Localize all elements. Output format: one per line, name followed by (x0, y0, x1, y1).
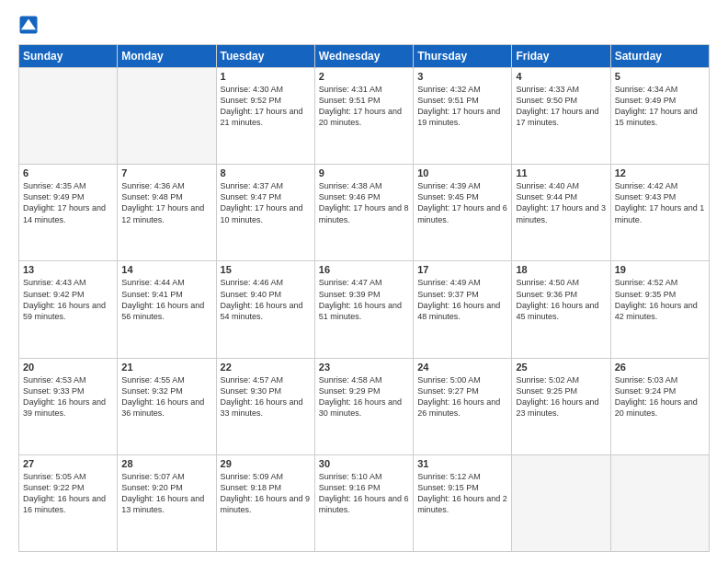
day-number: 16 (319, 264, 409, 275)
cell-info: Sunrise: 4:42 AM Sunset: 9:43 PM Dayligh… (615, 180, 705, 225)
cell-info: Sunrise: 4:33 AM Sunset: 9:50 PM Dayligh… (516, 84, 606, 129)
day-header-monday: Monday (118, 45, 216, 68)
day-number: 15 (221, 264, 311, 275)
calendar-cell: 14Sunrise: 4:44 AM Sunset: 9:41 PM Dayli… (118, 261, 216, 358)
calendar-cell: 22Sunrise: 4:57 AM Sunset: 9:30 PM Dayli… (216, 358, 314, 454)
calendar-table: SundayMondayTuesdayWednesdayThursdayFrid… (18, 44, 710, 552)
calendar-cell: 11Sunrise: 4:40 AM Sunset: 9:44 PM Dayli… (512, 165, 610, 261)
calendar-cell: 10Sunrise: 4:39 AM Sunset: 9:45 PM Dayli… (414, 165, 512, 261)
day-number: 3 (417, 71, 507, 82)
calendar-cell: 18Sunrise: 4:50 AM Sunset: 9:36 PM Dayli… (512, 261, 610, 358)
cell-info: Sunrise: 4:31 AM Sunset: 9:51 PM Dayligh… (319, 84, 409, 129)
cell-info: Sunrise: 4:49 AM Sunset: 9:37 PM Dayligh… (417, 277, 507, 322)
cell-info: Sunrise: 4:44 AM Sunset: 9:41 PM Dayligh… (121, 277, 211, 322)
day-number: 20 (23, 362, 113, 373)
calendar-cell: 3Sunrise: 4:32 AM Sunset: 9:51 PM Daylig… (414, 68, 512, 165)
day-number: 25 (516, 362, 606, 373)
cell-info: Sunrise: 4:35 AM Sunset: 9:49 PM Dayligh… (23, 180, 113, 225)
day-number: 10 (417, 167, 507, 178)
calendar-cell: 5Sunrise: 4:34 AM Sunset: 9:49 PM Daylig… (610, 68, 709, 165)
calendar-cell (610, 454, 709, 551)
day-header-friday: Friday (512, 45, 610, 68)
day-number: 2 (319, 71, 409, 82)
cell-info: Sunrise: 4:43 AM Sunset: 9:42 PM Dayligh… (23, 277, 113, 322)
calendar-page: SundayMondayTuesdayWednesdayThursdayFrid… (0, 0, 728, 563)
cell-info: Sunrise: 4:52 AM Sunset: 9:35 PM Dayligh… (615, 277, 705, 322)
cell-info: Sunrise: 4:46 AM Sunset: 9:40 PM Dayligh… (221, 277, 311, 322)
day-number: 7 (121, 167, 211, 178)
calendar-cell: 12Sunrise: 4:42 AM Sunset: 9:43 PM Dayli… (610, 165, 709, 261)
calendar-cell: 31Sunrise: 5:12 AM Sunset: 9:15 PM Dayli… (414, 454, 512, 551)
day-number: 9 (319, 167, 409, 178)
day-number: 11 (516, 167, 606, 178)
day-number: 6 (23, 167, 113, 178)
cell-info: Sunrise: 4:47 AM Sunset: 9:39 PM Dayligh… (319, 277, 409, 322)
week-row-1: 1Sunrise: 4:30 AM Sunset: 9:52 PM Daylig… (19, 68, 710, 165)
calendar-cell: 7Sunrise: 4:36 AM Sunset: 9:48 PM Daylig… (118, 165, 216, 261)
day-header-saturday: Saturday (610, 45, 709, 68)
cell-info: Sunrise: 4:36 AM Sunset: 9:48 PM Dayligh… (121, 180, 211, 225)
calendar-cell: 8Sunrise: 4:37 AM Sunset: 9:47 PM Daylig… (216, 165, 314, 261)
calendar-cell (118, 68, 216, 165)
cell-info: Sunrise: 5:05 AM Sunset: 9:22 PM Dayligh… (23, 471, 113, 516)
day-number: 8 (221, 167, 311, 178)
calendar-cell: 9Sunrise: 4:38 AM Sunset: 9:46 PM Daylig… (314, 165, 413, 261)
cell-info: Sunrise: 4:38 AM Sunset: 9:46 PM Dayligh… (319, 180, 409, 225)
calendar-cell: 27Sunrise: 5:05 AM Sunset: 9:22 PM Dayli… (19, 454, 118, 551)
calendar-cell: 17Sunrise: 4:49 AM Sunset: 9:37 PM Dayli… (414, 261, 512, 358)
day-header-sunday: Sunday (19, 45, 118, 68)
cell-info: Sunrise: 4:37 AM Sunset: 9:47 PM Dayligh… (221, 180, 311, 225)
cell-info: Sunrise: 4:34 AM Sunset: 9:49 PM Dayligh… (615, 84, 705, 129)
calendar-cell: 4Sunrise: 4:33 AM Sunset: 9:50 PM Daylig… (512, 68, 610, 165)
day-header-thursday: Thursday (414, 45, 512, 68)
day-number: 14 (121, 264, 211, 275)
cell-info: Sunrise: 5:10 AM Sunset: 9:16 PM Dayligh… (319, 471, 409, 516)
calendar-cell: 25Sunrise: 5:02 AM Sunset: 9:25 PM Dayli… (512, 358, 610, 454)
calendar-cell: 20Sunrise: 4:53 AM Sunset: 9:33 PM Dayli… (19, 358, 118, 454)
cell-info: Sunrise: 5:07 AM Sunset: 9:20 PM Dayligh… (121, 471, 211, 516)
cell-info: Sunrise: 4:58 AM Sunset: 9:29 PM Dayligh… (319, 374, 409, 419)
calendar-cell: 29Sunrise: 5:09 AM Sunset: 9:18 PM Dayli… (216, 454, 314, 551)
calendar-cell: 21Sunrise: 4:55 AM Sunset: 9:32 PM Dayli… (118, 358, 216, 454)
day-number: 31 (417, 458, 507, 469)
calendar-cell: 26Sunrise: 5:03 AM Sunset: 9:24 PM Dayli… (610, 358, 709, 454)
logo-icon (18, 15, 39, 35)
week-row-4: 20Sunrise: 4:53 AM Sunset: 9:33 PM Dayli… (19, 358, 710, 454)
cell-info: Sunrise: 4:32 AM Sunset: 9:51 PM Dayligh… (417, 84, 507, 129)
calendar-cell: 1Sunrise: 4:30 AM Sunset: 9:52 PM Daylig… (216, 68, 314, 165)
day-number: 21 (121, 362, 211, 373)
header (18, 15, 710, 35)
calendar-cell: 23Sunrise: 4:58 AM Sunset: 9:29 PM Dayli… (314, 358, 413, 454)
day-number: 22 (221, 362, 311, 373)
day-number: 28 (121, 458, 211, 469)
day-number: 24 (417, 362, 507, 373)
cell-info: Sunrise: 5:12 AM Sunset: 9:15 PM Dayligh… (417, 471, 507, 516)
calendar-cell: 24Sunrise: 5:00 AM Sunset: 9:27 PM Dayli… (414, 358, 512, 454)
week-row-5: 27Sunrise: 5:05 AM Sunset: 9:22 PM Dayli… (19, 454, 710, 551)
day-header-tuesday: Tuesday (216, 45, 314, 68)
day-number: 1 (221, 71, 311, 82)
day-number: 23 (319, 362, 409, 373)
day-number: 27 (23, 458, 113, 469)
day-number: 4 (516, 71, 606, 82)
cell-info: Sunrise: 5:00 AM Sunset: 9:27 PM Dayligh… (417, 374, 507, 419)
day-number: 12 (615, 167, 705, 178)
calendar-cell (512, 454, 610, 551)
calendar-cell: 30Sunrise: 5:10 AM Sunset: 9:16 PM Dayli… (314, 454, 413, 551)
day-number: 29 (221, 458, 311, 469)
cell-info: Sunrise: 5:02 AM Sunset: 9:25 PM Dayligh… (516, 374, 606, 419)
week-row-3: 13Sunrise: 4:43 AM Sunset: 9:42 PM Dayli… (19, 261, 710, 358)
day-number: 30 (319, 458, 409, 469)
calendar-cell: 15Sunrise: 4:46 AM Sunset: 9:40 PM Dayli… (216, 261, 314, 358)
day-number: 18 (516, 264, 606, 275)
day-number: 5 (615, 71, 705, 82)
week-row-2: 6Sunrise: 4:35 AM Sunset: 9:49 PM Daylig… (19, 165, 710, 261)
cell-info: Sunrise: 5:09 AM Sunset: 9:18 PM Dayligh… (221, 471, 311, 516)
day-number: 13 (23, 264, 113, 275)
day-number: 26 (615, 362, 705, 373)
day-number: 17 (417, 264, 507, 275)
day-number: 19 (615, 264, 705, 275)
cell-info: Sunrise: 4:30 AM Sunset: 9:52 PM Dayligh… (221, 84, 311, 129)
day-header-wednesday: Wednesday (314, 45, 413, 68)
calendar-cell (19, 68, 118, 165)
